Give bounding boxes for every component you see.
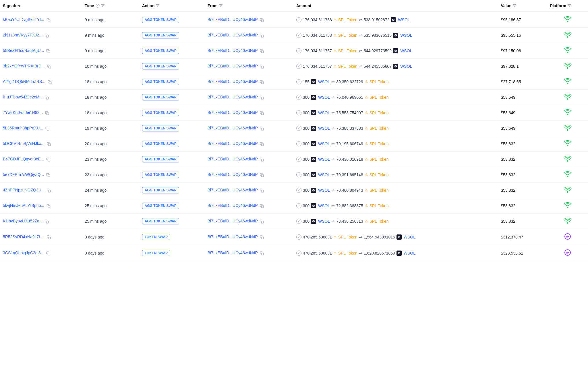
amount-cell: ✓ 176,034.611757 ⚠ SPL Token ⇌ 544.24558… [293,59,498,74]
from-copy-icon[interactable] [260,158,264,162]
copy-icon[interactable] [46,173,50,177]
svg-rect-71 [47,221,49,223]
svg-marker-2 [156,5,159,7]
table-header-row: Signature Time [0,0,588,12]
from-address[interactable]: Bi7LxEBufD...UCy46wdNdP [208,79,258,84]
action-cell: AGG TOKEN SWAP [139,198,205,214]
copy-icon[interactable] [47,65,51,69]
from-cell: Bi7LxEBufD...UCy46wdNdP [205,152,293,167]
from-cell: Bi7LxEBufD...UCy46wdNdP [205,245,293,261]
action-badge: AGG TOKEN SWAP [142,110,179,116]
from-address[interactable]: Bi7LxEBufD...UCy46wdNdP [208,95,258,99]
platform-icon: ↻ [563,252,572,257]
copy-icon[interactable] [47,18,51,22]
svg-rect-62 [262,190,264,192]
svg-text:W: W [393,19,394,21]
signature-link[interactable]: 5R52SvRD4xNa9k7L... [3,234,45,239]
time-cell: 9 mins ago [82,28,139,43]
action-filter-icon[interactable] [156,4,159,7]
from-copy-icon[interactable] [260,111,264,115]
table-row: 5L35Rmuh3hpPoXU... 19 mins ago AGG TOKEN… [0,121,588,136]
from-copy-icon[interactable] [260,18,264,22]
from-copy-icon[interactable] [260,189,264,193]
table-row: B47GDJFLQgyer3cE... 23 mins ago AGG TOKE… [0,152,588,167]
copy-icon[interactable] [47,142,51,146]
from-address[interactable]: Bi7LxEBufD...UCy46wdNdP [208,126,258,130]
from-copy-icon[interactable] [260,204,264,208]
from-copy-icon[interactable] [260,65,264,69]
from-address[interactable]: Bi7LxEBufD...UCy46wdNdP [208,203,258,208]
from-address[interactable]: Bi7LxEBufD...UCy46wdNdP [208,17,258,22]
copy-icon[interactable] [45,220,49,224]
signature-link[interactable]: AfYgt1DQ5NMdnZRS... [3,79,45,84]
clock-icon[interactable] [96,4,100,8]
copy-icon[interactable] [47,189,51,193]
platform-filter-icon[interactable] [568,4,571,7]
value-cell: $97,150.08 [498,43,547,59]
action-cell: AGG TOKEN SWAP [139,152,205,167]
svg-point-75 [567,222,568,224]
signature-link[interactable]: 55BeZFDcqRaqtAgU... [3,48,44,53]
from-address[interactable]: Bi7LxEBufD...UCy46wdNdP [208,172,258,177]
copy-icon[interactable] [46,49,50,53]
time-filter-icon[interactable] [101,4,105,7]
signature-link[interactable]: 5kvjHmJeuAtoYBphb... [3,203,44,208]
from-address[interactable]: Bi7LxEBufD...UCy46wdNdP [208,64,258,68]
from-address[interactable]: Bi7LxEBufD...UCy46wdNdP [208,188,258,192]
signature-link[interactable]: 3CS1qQbbiqJpC2gj8... [3,251,44,255]
copy-icon[interactable] [48,80,52,84]
signature-link[interactable]: iHuJTbbw54ZJc2cM... [3,95,42,99]
from-copy-icon[interactable] [260,96,264,100]
platform-cell: ↻ [547,229,588,245]
svg-rect-47 [262,143,264,146]
from-copy-icon[interactable] [260,251,264,255]
from-copy-icon[interactable] [260,34,264,38]
time-cell: 10 mins ago [82,59,139,74]
from-copy-icon[interactable] [260,142,264,146]
svg-rect-26 [49,82,51,84]
action-cell: AGG TOKEN SWAP [139,43,205,59]
svg-rect-7 [262,20,264,22]
from-address[interactable]: Bi7LxEBufD...UCy46wdNdP [208,251,258,255]
from-filter-icon[interactable] [219,4,223,7]
from-copy-icon[interactable] [260,80,264,84]
signature-link[interactable]: 4ZnPPNpzuNQZQ3U... [3,188,45,192]
from-address[interactable]: Bi7LxEBufD...UCy46wdNdP [208,48,258,53]
from-copy-icon[interactable] [260,235,264,239]
value-filter-icon[interactable] [513,4,516,7]
copy-icon[interactable] [45,111,49,115]
from-copy-icon[interactable] [260,49,264,53]
from-copy-icon[interactable] [260,127,264,131]
from-copy-icon[interactable] [260,220,264,224]
copy-icon[interactable] [45,96,49,100]
signature-link[interactable]: 5DCKVfRmBjVnHJkx... [3,141,45,146]
signature-link[interactable]: 7YwzKrjtFdtdei1R83... [3,110,43,115]
signature-link[interactable]: 2hj1s3mVKyy7FXJ2... [3,33,42,37]
signature-link[interactable]: 5e7XFRfn7sWQiyZQ... [3,172,44,177]
copy-icon[interactable] [46,158,50,162]
signature-link[interactable]: K1ibvBypvUJ1t52Za... [3,219,43,223]
from-address[interactable]: Bi7LxEBufD...UCy46wdNdP [208,110,258,115]
copy-icon[interactable] [45,34,49,38]
from-address[interactable]: Bi7LxEBufD...UCy46wdNdP [208,141,258,146]
copy-icon[interactable] [46,251,50,255]
from-address[interactable]: Bi7LxEBufD...UCy46wdNdP [208,219,258,223]
from-address[interactable]: Bi7LxEBufD...UCy46wdNdP [208,33,258,37]
action-badge: AGG TOKEN SWAP [142,172,179,178]
copy-icon[interactable] [47,204,51,208]
from-copy-icon[interactable] [260,173,264,177]
signature-link[interactable]: kBeuYYJtDvgSk5TYt... [3,17,44,22]
action-cell: AGG TOKEN SWAP [139,121,205,136]
signature-link[interactable]: B47GDJFLQgyer3cE... [3,157,44,161]
signature-link[interactable]: 5L35Rmuh3hpPoXU... [3,126,43,130]
platform-header-label: Platform [550,3,566,8]
from-address[interactable]: Bi7LxEBufD...UCy46wdNdP [208,234,258,239]
svg-rect-66 [48,205,50,208]
copy-icon[interactable] [45,127,49,131]
time-cell: 19 mins ago [82,121,139,136]
from-address[interactable]: Bi7LxEBufD...UCy46wdNdP [208,157,258,161]
signature-link[interactable]: 3b2xYGfYwTrRXtBrD... [3,64,45,68]
svg-point-25 [567,67,568,69]
table-row: AfYgt1DQ5NMdnZRS... 18 mins ago AGG TOKE… [0,74,588,90]
copy-icon[interactable] [47,235,51,239]
